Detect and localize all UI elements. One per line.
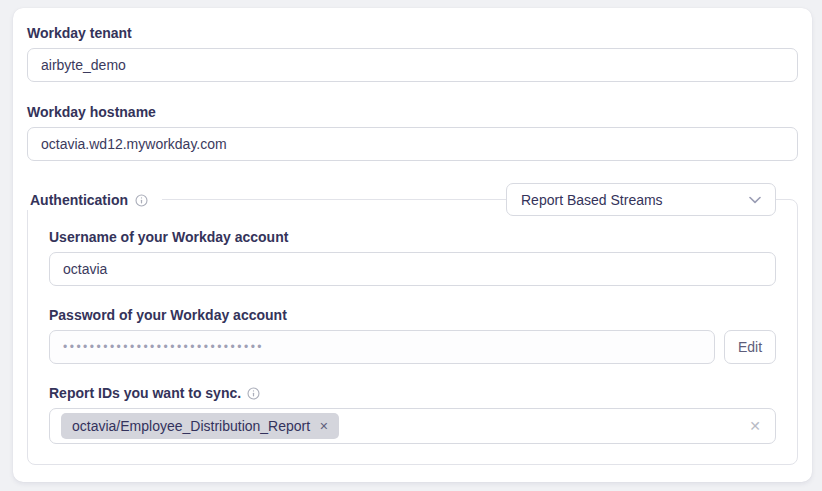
field-password: Password of your Workday account Edit xyxy=(49,308,776,364)
workday-tenant-input[interactable] xyxy=(27,48,798,82)
workday-tenant-label: Workday tenant xyxy=(27,26,798,40)
info-icon[interactable] xyxy=(247,387,260,400)
report-id-tag-text: octavia/Employee_Distribution_Report xyxy=(72,418,310,434)
report-id-tag: octavia/Employee_Distribution_Report ✕ xyxy=(61,413,339,439)
field-username: Username of your Workday account xyxy=(49,230,776,286)
username-input[interactable] xyxy=(49,252,776,286)
password-edit-button[interactable]: Edit xyxy=(724,330,776,364)
field-report-ids: Report IDs you want to sync. octavia/Emp… xyxy=(49,386,776,444)
username-label: Username of your Workday account xyxy=(49,230,776,244)
report-ids-label: Report IDs you want to sync. xyxy=(49,386,776,400)
workday-hostname-label: Workday hostname xyxy=(27,105,798,119)
authentication-method-value: Report Based Streams xyxy=(521,192,663,208)
password-label: Password of your Workday account xyxy=(49,308,776,322)
workday-hostname-input[interactable] xyxy=(27,127,798,161)
field-workday-hostname: Workday hostname xyxy=(27,105,798,161)
field-workday-tenant: Workday tenant xyxy=(27,26,798,82)
authentication-group: Authentication Report Based Streams User… xyxy=(27,199,798,465)
tag-remove-icon[interactable]: ✕ xyxy=(319,421,328,432)
authentication-method-select[interactable]: Report Based Streams xyxy=(506,183,776,216)
password-input[interactable] xyxy=(49,330,715,364)
info-icon[interactable] xyxy=(135,194,148,207)
report-ids-tag-input[interactable]: octavia/Employee_Distribution_Report ✕ ✕ xyxy=(49,408,776,444)
report-ids-label-text: Report IDs you want to sync. xyxy=(49,386,241,400)
authentication-legend: Authentication xyxy=(27,190,162,210)
clear-input-icon[interactable]: ✕ xyxy=(749,419,761,433)
password-row: Edit xyxy=(49,330,776,364)
connector-settings-card: Workday tenant Workday hostname Authenti… xyxy=(13,8,812,482)
authentication-label: Authentication xyxy=(30,190,128,210)
chevron-down-icon xyxy=(749,196,761,204)
